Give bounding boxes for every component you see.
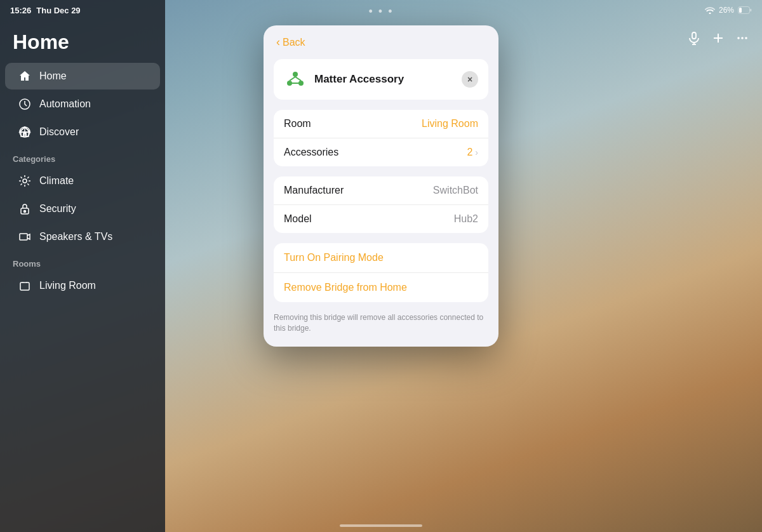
accessories-row[interactable]: Accessories 2 › bbox=[274, 138, 488, 166]
room-label: Room bbox=[284, 118, 311, 130]
status-bar: 15:26 Thu Dec 29 26% bbox=[0, 0, 762, 20]
accessories-label: Accessories bbox=[284, 147, 338, 158]
manufacturer-value: SwitchBot bbox=[433, 185, 478, 196]
svg-point-29 bbox=[293, 72, 298, 77]
model-row: Model Hub2 bbox=[274, 204, 488, 233]
room-row[interactable]: Room Living Room bbox=[274, 110, 488, 138]
actions-card: Turn On Pairing Mode Remove Bridge from … bbox=[274, 243, 488, 302]
close-icon: × bbox=[467, 74, 472, 84]
manufacturer-label: Manufacturer bbox=[284, 185, 344, 196]
model-value: Hub2 bbox=[454, 213, 478, 225]
manufacturer-row: Manufacturer SwitchBot bbox=[274, 176, 488, 204]
wifi-icon bbox=[705, 6, 715, 14]
svg-rect-2 bbox=[750, 9, 752, 11]
room-value: Living Room bbox=[422, 118, 478, 130]
back-chevron-icon: ‹ bbox=[276, 36, 280, 49]
battery-pct: 26% bbox=[719, 6, 734, 15]
status-time: 15:26 bbox=[10, 6, 31, 15]
svg-rect-1 bbox=[739, 8, 742, 13]
battery-icon bbox=[738, 6, 752, 14]
footer-note: Removing this bridge will remove all acc… bbox=[264, 310, 498, 347]
room-accessories-card: Room Living Room Accessories 2 › bbox=[274, 110, 488, 166]
remove-bridge-button[interactable]: Remove Bridge from Home bbox=[274, 272, 488, 302]
modal-overlay: ‹ Back Matter Accessory × bbox=[0, 0, 762, 532]
accessories-value: 2 › bbox=[467, 147, 478, 158]
chevron-right-icon: › bbox=[475, 147, 478, 157]
manufacturer-model-card: Manufacturer SwitchBot Model Hub2 bbox=[274, 176, 488, 233]
header-card: Matter Accessory × bbox=[274, 59, 488, 100]
pairing-mode-button[interactable]: Turn On Pairing Mode bbox=[274, 243, 488, 272]
home-indicator bbox=[340, 524, 422, 527]
close-button[interactable]: × bbox=[462, 71, 478, 88]
back-label: Back bbox=[283, 37, 305, 48]
modal-title: Matter Accessory bbox=[314, 73, 454, 86]
back-button[interactable]: ‹ Back bbox=[264, 25, 318, 54]
modal-panel: ‹ Back Matter Accessory × bbox=[264, 25, 498, 347]
svg-line-33 bbox=[295, 77, 301, 81]
matter-icon bbox=[284, 68, 307, 91]
svg-line-32 bbox=[290, 77, 295, 81]
status-date: Thu Dec 29 bbox=[36, 6, 80, 15]
model-label: Model bbox=[284, 213, 312, 225]
